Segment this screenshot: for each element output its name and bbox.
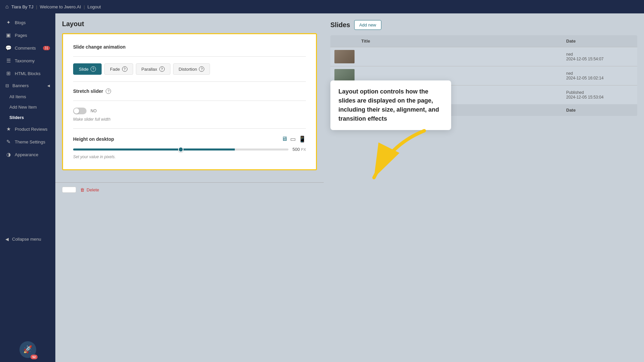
table-header: Title Date xyxy=(330,35,637,47)
collapse-icon: ◀ xyxy=(5,237,9,242)
welcome-link[interactable]: Welcome to Jwero.AI xyxy=(40,4,81,9)
site-name[interactable]: Tiara By TJ xyxy=(11,4,34,9)
sidebar-item-blogs[interactable]: ✦ Blogs xyxy=(0,16,55,29)
topbar-sep2: | xyxy=(84,4,85,9)
sidebar-item-taxonomy[interactable]: ☰ Taxonomy xyxy=(0,54,55,67)
appearance-icon: ◑ xyxy=(5,152,11,158)
desktop-icon[interactable]: 🖥 xyxy=(281,135,287,143)
toggle-knob xyxy=(74,108,79,114)
banners-icon: ⊟ xyxy=(5,83,9,88)
avatar-badge: 52 xyxy=(31,355,37,359)
fade-help-icon[interactable]: ? xyxy=(122,66,127,72)
stretch-value: NO xyxy=(91,109,97,113)
sidebar-item-sliders[interactable]: Sliders xyxy=(0,112,55,123)
sidebar-item-label: Appearance xyxy=(15,152,38,157)
theme-settings-icon: ✎ xyxy=(5,139,11,145)
home-icon[interactable]: ⌂ xyxy=(5,4,9,10)
blogs-icon: ✦ xyxy=(5,19,11,25)
sidebar-item-all-items[interactable]: All Items xyxy=(0,92,55,102)
avatar-area: 🚀 52 xyxy=(0,337,55,362)
fade-animation-btn[interactable]: Fade ? xyxy=(104,63,133,75)
sidebar-item-add-new-item[interactable]: Add New Item xyxy=(0,102,55,112)
tooltip-text: Layout option controls how the slides ar… xyxy=(338,88,439,122)
slides-title: Slides xyxy=(330,21,350,29)
fade-label: Fade xyxy=(110,67,120,72)
yellow-arrow xyxy=(364,124,438,192)
stretch-toggle[interactable] xyxy=(73,108,87,114)
layout-card: Slide change animation Slide ? Fade ? xyxy=(62,33,317,170)
left-panel: Layout Slide change animation Slide ? Fa… xyxy=(55,13,324,182)
topbar-sep1: | xyxy=(36,4,37,9)
add-new-button[interactable]: Add new xyxy=(354,20,381,30)
row3-date: Published 2024-12-05 15:53:04 xyxy=(566,90,633,100)
sidebar-item-pages[interactable]: ▣ Pages xyxy=(0,29,55,42)
right-panel: Slides Add new Title Date ned xyxy=(324,13,644,362)
date-col-footer: Date xyxy=(566,108,633,113)
all-items-label: All Items xyxy=(9,94,26,99)
topbar: ⌂ Tiara By TJ | Welcome to Jwero.AI | Lo… xyxy=(0,0,644,13)
banners-submenu: All Items Add New Item Sliders xyxy=(0,92,55,123)
title-col-header: Title xyxy=(361,39,566,44)
sidebar-item-label: HTML Blocks xyxy=(15,71,41,76)
row2-date: ned 2024-12-05 16:02:14 xyxy=(566,71,633,80)
date-col-header: Date xyxy=(566,39,633,44)
sidebar-item-label: Product Reviews xyxy=(15,127,48,132)
sidebar-item-collapse-menu[interactable]: ◀ Collapse menu xyxy=(0,233,55,245)
sidebar-item-label: Blogs xyxy=(15,20,26,25)
tablet-icon[interactable]: ▭ xyxy=(290,135,296,143)
parallax-label: Parallax xyxy=(142,67,157,72)
stretch-row: NO xyxy=(73,108,306,114)
sidebar-item-label: Comments xyxy=(15,46,36,51)
height-slider[interactable] xyxy=(73,148,288,150)
stretch-help-icon[interactable]: ? xyxy=(106,88,111,94)
banners-collapse-arrow: ◀ xyxy=(47,84,50,87)
pages-icon: ▣ xyxy=(5,32,11,38)
content-area: Layout Slide change animation Slide ? Fa… xyxy=(55,13,644,362)
avatar[interactable]: 🚀 52 xyxy=(19,341,36,358)
height-value: 500 PX xyxy=(292,147,306,152)
distortion-help-icon[interactable]: ? xyxy=(199,66,204,72)
slide-animation-btn[interactable]: Slide ? xyxy=(73,63,102,75)
sidebar-item-label: Banners xyxy=(12,83,29,88)
slide-label: Slide xyxy=(79,67,89,72)
html-blocks-icon: ⊞ xyxy=(5,70,11,76)
sidebar-item-label: Taxonomy xyxy=(15,58,35,63)
collapse-label: Collapse menu xyxy=(12,237,41,242)
row1-thumb xyxy=(334,50,355,63)
parallax-animation-btn[interactable]: Parallax ? xyxy=(136,63,170,75)
row1-date: ned 2024-12-05 15:54:07 xyxy=(566,52,633,61)
device-icons: 🖥 ▭ 📱 xyxy=(281,135,306,143)
comments-badge: 31 xyxy=(43,46,50,50)
sidebar-item-theme-settings[interactable]: ✎ Theme Settings xyxy=(0,135,55,148)
slide-help-icon[interactable]: ? xyxy=(91,66,96,72)
distortion-label: Distortion xyxy=(179,67,197,72)
sliders-label: Sliders xyxy=(9,115,24,120)
sidebar-item-appearance[interactable]: ◑ Appearance xyxy=(0,148,55,161)
save-button[interactable] xyxy=(62,187,76,193)
mobile-icon[interactable]: 📱 xyxy=(299,135,306,143)
stretch-slider-label: Stretch slider xyxy=(73,88,103,94)
table-row[interactable]: ned 2024-12-05 15:54:07 xyxy=(330,47,637,66)
height-helper: Set your value in pixels. xyxy=(73,155,306,159)
delete-button[interactable]: 🗑 Delete xyxy=(80,187,99,192)
comments-icon: 💬 xyxy=(5,45,11,51)
height-label: Height on desktop xyxy=(73,136,114,142)
product-reviews-icon: ★ xyxy=(5,126,11,132)
sidebar-item-label: Pages xyxy=(15,33,27,38)
parallax-help-icon[interactable]: ? xyxy=(159,66,165,72)
avatar-icon: 🚀 xyxy=(23,345,32,354)
stretch-helper: Make slider full width xyxy=(73,117,306,122)
animation-buttons: Slide ? Fade ? Parallax ? xyxy=(73,63,306,75)
sidebar-item-html-blocks[interactable]: ⊞ HTML Blocks xyxy=(0,67,55,80)
distortion-animation-btn[interactable]: Distortion ? xyxy=(173,63,210,75)
sidebar-item-product-reviews[interactable]: ★ Product Reviews xyxy=(0,123,55,135)
add-new-item-label: Add New Item xyxy=(9,105,37,110)
slider-row: 500 PX xyxy=(73,147,306,152)
sidebar-item-comments[interactable]: 💬 Comments 31 xyxy=(0,42,55,54)
logout-link[interactable]: Logout xyxy=(88,4,101,9)
taxonomy-icon: ☰ xyxy=(5,58,11,64)
sidebar-item-banners[interactable]: ⊟ Banners ◀ xyxy=(0,80,55,92)
sidebar-item-label: Theme Settings xyxy=(15,139,45,144)
layout-title: Layout xyxy=(62,20,317,28)
sidebar: ✦ Blogs ▣ Pages 💬 Comments 31 ☰ Taxonomy… xyxy=(0,13,55,362)
